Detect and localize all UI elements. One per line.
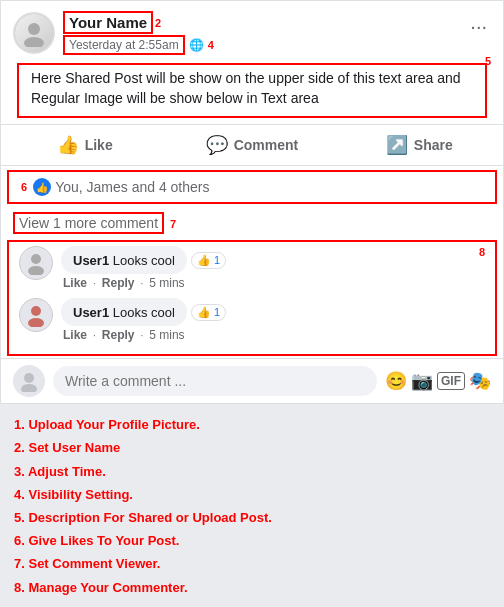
comment-reply-1[interactable]: Reply (102, 276, 135, 290)
instruction-text-6: Give Likes To Your Post. (28, 533, 179, 548)
instruction-number-2: 2. (14, 440, 28, 455)
user-name-label: Your Name (63, 11, 153, 34)
sticker-icon[interactable]: 🎭 (469, 370, 491, 392)
share-icon: ↗️ (386, 134, 408, 156)
instructions-section: 1. Upload Your Profile Picture. 2. Set U… (0, 404, 504, 607)
instruction-item-1: 1. Upload Your Profile Picture. (14, 416, 490, 434)
svg-point-4 (31, 306, 41, 316)
svg-point-2 (31, 254, 41, 264)
emoji-icon[interactable]: 😊 (385, 370, 407, 392)
svg-point-7 (21, 384, 37, 392)
like-button[interactable]: 👍 Like (1, 127, 168, 163)
number-6: 6 (21, 181, 27, 193)
instruction-item-8: 8. Manage Your Commenter. (14, 579, 490, 597)
like-thumb-icon: 👍 (33, 178, 51, 196)
post-header: Your Name 2 Yesterday at 2:55am 🌐 4 ··· (1, 1, 503, 61)
comment-bubble-1: User1 Looks cool (61, 246, 187, 274)
write-comment-row: 😊 📷 GIF 🎭 (1, 358, 503, 403)
comment-user-1: User1 (73, 253, 113, 268)
comment-item-1: User1 Looks cool 👍 1 Like · Reply · 5 mi… (19, 246, 479, 290)
instruction-text-2: Set User Name (28, 440, 120, 455)
instruction-item-5: 5. Description For Shared or Upload Post… (14, 509, 490, 527)
instruction-text-7: Set Comment Viewer. (28, 556, 160, 571)
camera-icon[interactable]: 📷 (411, 370, 433, 392)
globe-icon: 🌐 (189, 38, 204, 52)
svg-point-6 (24, 373, 34, 383)
commenter-avatar-2 (19, 298, 53, 332)
comment-text-1: Looks cool (113, 253, 175, 268)
instruction-number-5: 5. (14, 510, 28, 525)
instruction-number-4: 4. (14, 487, 28, 502)
post-body: Here Shared Post will be show on the upp… (17, 63, 487, 118)
more-options-button[interactable]: ··· (466, 11, 491, 42)
instruction-text-4: Visibility Setting. (28, 487, 133, 502)
instruction-number-8: 8. (14, 580, 28, 595)
likes-row: 6 👍 You, James and 4 others (7, 170, 497, 204)
instruction-text-1: Upload Your Profile Picture. (28, 417, 199, 432)
comment-time-1: 5 mins (149, 276, 184, 290)
instruction-item-7: 7. Set Comment Viewer. (14, 555, 490, 573)
comment-item-2: User1 Looks cool 👍 1 Like · Reply · 5 mi… (19, 298, 485, 342)
view-comments: View 1 more comment 7 (1, 208, 503, 238)
instruction-number-6: 6. (14, 533, 28, 548)
gif-icon[interactable]: GIF (437, 372, 465, 390)
comment-bubble-2: User1 Looks cool (61, 298, 187, 326)
instruction-item-6: 6. Give Likes To Your Post. (14, 532, 490, 550)
comment-time-2: 5 mins (149, 328, 184, 342)
comments-section: 8 User1 Looks cool 👍 1 Like (7, 240, 497, 356)
comment-reply-2[interactable]: Reply (102, 328, 135, 342)
writer-avatar (13, 365, 45, 397)
instruction-number-7: 7. (14, 556, 28, 571)
svg-point-0 (28, 23, 40, 35)
like-icon: 👍 (57, 134, 79, 156)
comment-text-2: Looks cool (113, 305, 175, 320)
comment-input[interactable] (53, 366, 377, 396)
instruction-number-3: 3. (14, 464, 28, 479)
comment-like-1[interactable]: Like (63, 276, 87, 290)
action-bar: 👍 Like 💬 Comment ↗️ Share (1, 124, 503, 166)
post-text: Here Shared Post will be show on the upp… (31, 70, 461, 106)
instruction-number-1: 1. (14, 417, 28, 432)
post-card: Your Name 2 Yesterday at 2:55am 🌐 4 ··· … (0, 0, 504, 404)
instruction-item-4: 4. Visibility Setting. (14, 486, 490, 504)
instruction-item-2: 2. Set User Name (14, 439, 490, 457)
svg-point-1 (24, 37, 44, 47)
post-time: Yesterday at 2:55am (63, 35, 185, 55)
comment-icon: 💬 (206, 134, 228, 156)
comment-like-2[interactable]: Like (63, 328, 87, 342)
comment-reaction-1: 👍 1 (191, 252, 226, 269)
svg-point-5 (28, 318, 44, 327)
instruction-item-3: 3. Adjust Time. (14, 463, 490, 481)
instruction-text-3: Adjust Time. (28, 464, 106, 479)
comment-user-2: User1 (73, 305, 113, 320)
comment-button[interactable]: 💬 Comment (168, 127, 335, 163)
view-comments-button[interactable]: View 1 more comment (13, 212, 164, 234)
share-label: Share (414, 137, 453, 153)
instruction-text-8: Manage Your Commenter. (28, 580, 187, 595)
comment-reaction-2: 👍 1 (191, 304, 226, 321)
like-label: Like (85, 137, 113, 153)
likes-text: You, James and 4 others (55, 179, 209, 195)
share-button[interactable]: ↗️ Share (336, 127, 503, 163)
svg-point-3 (28, 266, 44, 275)
instruction-text-5: Description For Shared or Upload Post. (28, 510, 271, 525)
profile-avatar[interactable] (13, 12, 55, 54)
commenter-avatar-1 (19, 246, 53, 280)
comment-label: Comment (234, 137, 299, 153)
